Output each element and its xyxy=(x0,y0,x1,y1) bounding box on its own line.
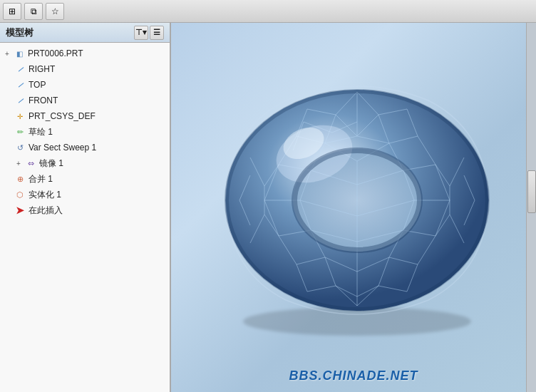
icon-part: ◧ xyxy=(14,48,25,59)
tree-label-merge1: 合并 1 xyxy=(29,173,53,185)
expand-mirror[interactable]: + xyxy=(14,159,23,167)
viewport[interactable]: BBS.CHINADE.NET xyxy=(171,23,536,392)
tree-item-root[interactable]: + ◧ PRT0006.PRT xyxy=(0,46,170,61)
tree-label-root: PRT0006.PRT xyxy=(28,48,83,58)
tree-item-csys[interactable]: ✛ PRT_CSYS_DEF xyxy=(0,108,170,124)
main-layout: 模型树 ⊤▾ ☰ + ◧ PRT0006.PRT ⟋ RIGHT ⟋ TOP xyxy=(0,23,536,392)
torus-svg xyxy=(193,58,521,343)
viewport-scrollbar[interactable] xyxy=(526,23,536,392)
panel-header: 模型树 ⊤▾ ☰ xyxy=(0,23,170,43)
tree-item-sketch1[interactable]: ✏ 草绘 1 xyxy=(0,124,170,140)
tree-label-varsweep: Var Sect Sweep 1 xyxy=(29,143,96,153)
tree-item-varsweep[interactable]: ↺ Var Sect Sweep 1 xyxy=(0,140,170,155)
panel-title: 模型树 xyxy=(6,26,34,39)
panel-header-icons: ⊤▾ ☰ xyxy=(134,26,164,40)
tree-label-right: RIGHT xyxy=(29,64,55,74)
icon-merge: ⊕ xyxy=(14,173,26,185)
tree-label-insert: 在此插入 xyxy=(29,205,63,217)
toolbar-btn-1[interactable]: ⊞ xyxy=(3,3,21,20)
panel-menu-icon[interactable]: ☰ xyxy=(150,26,164,40)
tree-item-solid1[interactable]: ⬡ 实体化 1 xyxy=(0,187,170,202)
tree-item-front[interactable]: ⟋ FRONT xyxy=(0,93,170,108)
tree-item-top[interactable]: ⟋ TOP xyxy=(0,77,170,93)
toolbar-btn-3[interactable]: ☆ xyxy=(46,3,64,20)
icon-plane-top: ⟋ xyxy=(14,79,26,91)
tree-label-front: FRONT xyxy=(29,96,58,105)
tree-item-insert[interactable]: ➤ 在此插入 xyxy=(0,202,170,218)
tree-item-mirror1[interactable]: + ⇔ 镜像 1 xyxy=(0,155,170,171)
torus-container xyxy=(192,37,522,363)
icon-varsweep: ↺ xyxy=(14,142,26,153)
icon-solid: ⬡ xyxy=(14,189,26,200)
tree-label-top: TOP xyxy=(29,80,46,90)
toolbar: ⊞ ⧉ ☆ xyxy=(0,0,536,23)
tree-label-solid1: 实体化 1 xyxy=(29,189,61,201)
icon-sketch: ✏ xyxy=(14,126,26,138)
viewport-scrollbar-thumb[interactable] xyxy=(527,170,536,213)
icon-csys: ✛ xyxy=(14,110,26,122)
icon-plane-right: ⟋ xyxy=(14,63,26,75)
torus-facets xyxy=(225,86,489,314)
tree-item-merge1[interactable]: ⊕ 合并 1 xyxy=(0,171,170,187)
icon-insert: ➤ xyxy=(14,205,26,216)
watermark: BBS.CHINADE.NET xyxy=(289,368,418,383)
icon-plane-front: ⟋ xyxy=(14,95,26,106)
expand-root[interactable]: + xyxy=(3,49,11,58)
icon-mirror: ⇔ xyxy=(25,158,36,169)
toolbar-btn-2[interactable]: ⧉ xyxy=(24,3,43,20)
tree-label-mirror1: 镜像 1 xyxy=(39,158,63,170)
tree-label-csys: PRT_CSYS_DEF xyxy=(29,111,96,121)
left-panel: 模型树 ⊤▾ ☰ + ◧ PRT0006.PRT ⟋ RIGHT ⟋ TOP xyxy=(0,23,171,392)
panel-filter-icon[interactable]: ⊤▾ xyxy=(134,26,148,40)
model-tree: + ◧ PRT0006.PRT ⟋ RIGHT ⟋ TOP ⟋ FRONT ✛ xyxy=(0,43,170,392)
tree-item-right[interactable]: ⟋ RIGHT xyxy=(0,61,170,77)
tree-label-sketch1: 草绘 1 xyxy=(29,126,53,138)
